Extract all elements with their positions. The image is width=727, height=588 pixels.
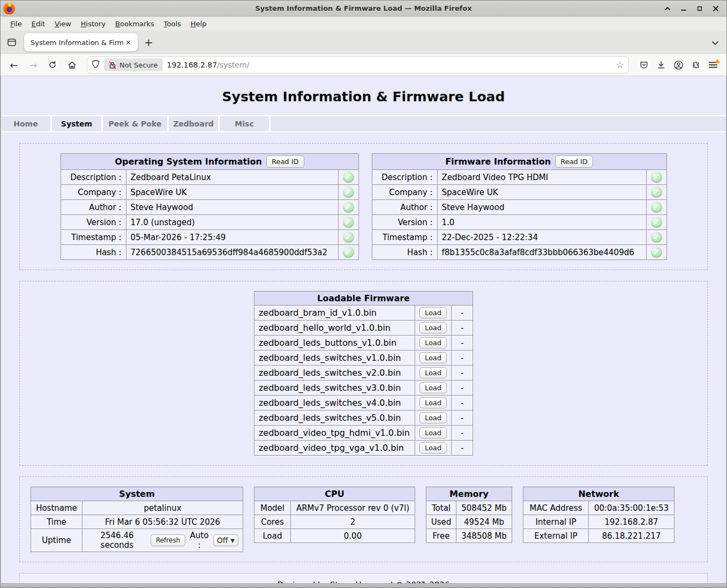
table-row: Free 348508 Mb	[426, 529, 512, 543]
window-maximize-icon[interactable]	[696, 6, 703, 11]
nav-tab-misc[interactable]: Misc	[220, 116, 269, 131]
table-row: zedboard_leds_switches_v1.0.bin Load -	[254, 351, 473, 366]
table-row: Used 49524 Mb	[426, 515, 512, 529]
os-info-title: Operating System Information	[115, 157, 262, 167]
cpu-table: CPU Model ARMv7 Processor rev 0 (v7l) Co…	[254, 487, 415, 543]
network-table: Network MAC Address 00:0a:35:00:1e:53 In…	[523, 487, 674, 543]
firefox-logo-icon	[3, 3, 15, 14]
table-row: Version : 17.0 (unstaged)	[61, 215, 358, 230]
load-button[interactable]: Load	[419, 382, 447, 393]
menu-view[interactable]: View	[50, 18, 76, 29]
auto-refresh-select[interactable]: Off▼	[213, 534, 238, 546]
info-value: Zedboard Video TPG HDMI	[437, 170, 646, 185]
load-status: -	[452, 351, 473, 366]
nav-tab-peek-poke[interactable]: Peek & Poke	[103, 116, 167, 131]
table-row: Timestamp : 05-Mar-2026 - 17:25:49	[61, 230, 358, 245]
info-label: Timestamp :	[61, 230, 126, 245]
pocket-icon[interactable]	[639, 60, 649, 70]
memory-title: Memory	[426, 487, 512, 501]
load-button[interactable]: Load	[419, 412, 447, 423]
table-row: Author : Steve Haywood	[372, 200, 666, 215]
not-secure-chip[interactable]: Not Secure	[104, 58, 163, 71]
table-row: zedboard_bram_id_v1.0.bin Load -	[254, 306, 473, 321]
list-all-tabs-icon[interactable]	[711, 38, 723, 48]
firmware-file-name: zedboard_video_tpg_hdmi_v1.0.bin	[254, 426, 415, 441]
menu-edit[interactable]: Edit	[27, 18, 49, 29]
os-info-table: Operating System Information Read ID Des…	[61, 153, 359, 260]
menu-help[interactable]: Help	[186, 18, 211, 29]
window-resize-edge[interactable]	[1, 583, 726, 587]
menu-bookmarks[interactable]: Bookmarks	[111, 18, 159, 29]
firefox-view-icon[interactable]	[4, 34, 20, 50]
tab-strip: System Information & Firmware L ✕ +	[1, 31, 726, 54]
menu-history[interactable]: History	[77, 18, 110, 29]
info-label: Hash :	[61, 245, 126, 260]
load-status: -	[452, 336, 473, 351]
info-value: SpaceWire UK	[437, 185, 646, 200]
uptime-value: 2546.46 seconds	[87, 531, 147, 550]
bookmark-star-icon[interactable]: ☆	[616, 59, 624, 70]
nav-tab-zedboard[interactable]: Zedboard	[169, 116, 218, 131]
fw-read-id-button[interactable]: Read ID	[555, 155, 593, 168]
table-row: zedboard_leds_switches_v2.0.bin Load -	[254, 366, 473, 381]
window-close-icon[interactable]	[713, 6, 719, 11]
table-row: Author : Steve Haywood	[61, 200, 358, 215]
page-title: System Information & Firmware Load	[1, 76, 726, 115]
cpu-row-label: Cores	[254, 515, 291, 529]
nav-tab-home[interactable]: Home	[1, 116, 50, 131]
loadable-firmware-table: Loadable Firmware zedboard_bram_id_v1.0.…	[254, 291, 473, 456]
info-label: Company :	[372, 185, 437, 200]
url-host: 192.168.2.87	[167, 61, 218, 69]
nav-tab-system[interactable]: System	[52, 116, 101, 131]
page-footer: Designed by Steve Haywood @ 2021-2026	[19, 573, 708, 583]
menu-file[interactable]: File	[6, 18, 26, 29]
browser-tab[interactable]: System Information & Firmware L ✕	[24, 33, 138, 51]
load-button[interactable]: Load	[419, 337, 447, 348]
url-bar[interactable]: Not Secure 192.168.2.87/system/ ☆	[87, 57, 628, 73]
load-button[interactable]: Load	[419, 352, 447, 363]
new-tab-button[interactable]: +	[138, 36, 160, 49]
uptime-label: Uptime	[31, 529, 83, 552]
home-icon[interactable]	[64, 57, 80, 73]
url-text[interactable]: 192.168.2.87/system/	[167, 61, 612, 69]
table-row: Company : SpaceWire UK	[61, 185, 358, 200]
load-status: -	[452, 381, 473, 396]
load-button[interactable]: Load	[419, 427, 447, 438]
load-status: -	[452, 441, 473, 456]
window-shade-icon[interactable]	[664, 6, 671, 11]
window-minimize-icon[interactable]	[680, 6, 687, 11]
reload-icon[interactable]	[44, 57, 61, 73]
table-row: Hostname petalinux	[31, 501, 243, 515]
os-read-id-button[interactable]: Read ID	[266, 155, 304, 168]
cpu-row-value: ARMv7 Processor rev 0 (v7l)	[291, 501, 415, 515]
load-button[interactable]: Load	[419, 367, 447, 378]
network-row-value: 192.168.2.87	[589, 515, 674, 529]
load-button[interactable]: Load	[419, 307, 447, 318]
load-button[interactable]: Load	[419, 397, 447, 408]
shield-icon[interactable]	[92, 59, 100, 71]
info-value: f8b1355c0c8a3afaf8cdf33bbb066363be4409d6	[437, 245, 646, 260]
table-row: zedboard_video_tpg_vga_v1.0.bin Load -	[254, 441, 473, 456]
memory-row-value: 348508 Mb	[456, 529, 512, 543]
table-row: Model ARMv7 Processor rev 0 (v7l)	[254, 501, 415, 515]
status-ok-check-icon	[651, 187, 662, 198]
downloads-icon[interactable]	[656, 60, 666, 70]
back-icon[interactable]: ←	[6, 57, 22, 73]
load-button[interactable]: Load	[419, 322, 447, 333]
status-ok-check-icon	[343, 202, 354, 213]
system-table: System Hostname petalinux Time Fri Mar 6…	[31, 487, 243, 552]
menu-hamburger-icon[interactable]	[708, 61, 718, 69]
window-title: System Information & Firmware Load — Moz…	[1, 4, 726, 12]
network-row-value: 00:0a:35:00:1e:53	[589, 501, 674, 515]
firmware-file-name: zedboard_bram_id_v1.0.bin	[254, 306, 415, 321]
menu-tools[interactable]: Tools	[160, 18, 185, 29]
firmware-file-name: zedboard_leds_switches_v2.0.bin	[254, 366, 415, 381]
load-status: -	[452, 366, 473, 381]
forward-icon[interactable]: →	[25, 57, 41, 73]
load-button[interactable]: Load	[419, 442, 447, 453]
refresh-button[interactable]: Refresh	[151, 534, 185, 546]
extensions-puzzle-icon[interactable]	[691, 60, 701, 70]
status-ok-check-icon	[343, 232, 354, 243]
tab-close-icon[interactable]: ✕	[123, 38, 133, 47]
account-icon[interactable]	[673, 60, 684, 70]
